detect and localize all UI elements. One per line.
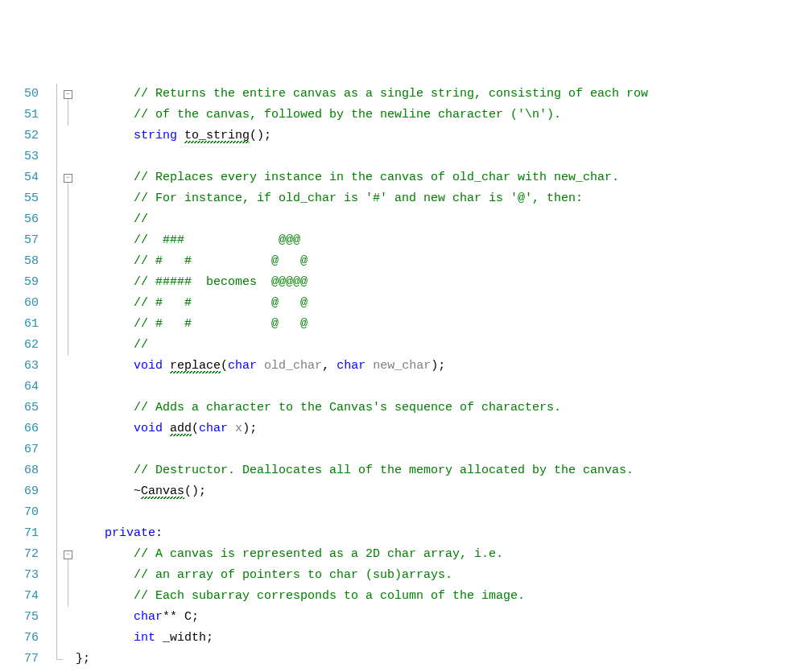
tok-punct: ); [242,422,257,435]
fold-column[interactable]: −−− [45,84,74,672]
tok-ident-squiggle: replace [170,359,221,373]
line-number: 77 [0,649,39,670]
tok-punct: (); [250,129,271,142]
code-line[interactable]: char** C; [76,607,797,628]
whitespace [76,296,134,310]
line-number: 57 [0,230,39,251]
whitespace [76,631,134,645]
whitespace [155,631,163,645]
tok-punct: (); [184,484,206,498]
tok-comment: // A canvas is represented as a 2D char … [134,547,503,561]
code-line[interactable]: // [76,335,797,356]
code-line[interactable]: // # # @ @ [76,251,797,272]
line-number: 54 [0,167,39,188]
tok-comment: // Replaces every instance in the canvas… [134,171,619,184]
whitespace [76,129,134,142]
tok-comment: // of the canvas, followed by the newlin… [134,108,561,122]
tok-comment: // ##### becomes @@@@@ [134,275,308,289]
whitespace [177,129,184,142]
tok-comment: // an array of pointers to char (sub)arr… [134,568,452,582]
whitespace [257,359,264,373]
line-number: 70 [0,502,39,523]
code-line[interactable]: // For instance, if old_char is '#' and … [76,188,797,209]
line-number: 74 [0,586,39,607]
tok-punct: ( [221,359,228,373]
code-editor[interactable]: 5051525354555657585960616263646566676869… [0,84,797,672]
code-line[interactable]: // ##### becomes @@@@@ [76,272,797,293]
code-line[interactable]: // ### @@@ [76,230,797,251]
whitespace [76,484,134,498]
code-line[interactable]: // Adds a character to the Canvas's sequ… [76,398,797,418]
code-line[interactable]: // Destructor. Deallocates all of the me… [76,460,797,481]
code-line[interactable]: // of the canvas, followed by the newlin… [76,105,797,126]
line-number: 58 [0,251,39,272]
tok-punct: ; [192,610,199,624]
line-number-gutter: 5051525354555657585960616263646566676869… [0,84,45,672]
code-line[interactable] [76,377,797,398]
whitespace [76,87,134,101]
code-line[interactable] [76,146,797,167]
code-line[interactable]: // # # @ @ [76,314,797,335]
code-line[interactable]: // Returns the entire canvas as a single… [76,84,797,105]
tok-comment: // # # @ @ [134,254,308,268]
fold-toggle-icon[interactable]: − [64,90,72,99]
whitespace [76,171,134,184]
tok-ident-squiggle: add [170,422,192,436]
line-number: 50 [0,84,39,105]
tok-punct: : [155,526,163,540]
whitespace [76,317,134,331]
tok-ident: _width [163,631,206,645]
fold-toggle-icon[interactable]: − [64,550,72,559]
tok-keyword: void [134,422,163,435]
line-number: 61 [0,314,39,335]
code-line[interactable]: // # # @ @ [76,293,797,314]
fold-toggle-icon[interactable]: − [64,174,72,183]
code-line[interactable]: }; [76,649,797,670]
tok-comment: // ### @@@ [134,233,300,247]
whitespace [76,233,134,247]
tok-param: x [235,422,242,435]
code-line[interactable]: void add(char x); [76,418,797,439]
code-line[interactable]: ~Canvas(); [76,481,797,502]
code-line[interactable] [76,439,797,460]
code-line[interactable] [76,502,797,523]
code-line[interactable]: string to_string(); [76,126,797,146]
line-number: 68 [0,460,39,481]
tok-punct: ); [431,359,445,373]
line-number: 76 [0,628,39,649]
line-number: 72 [0,544,39,565]
code-line[interactable]: // Replaces every instance in the canvas… [76,167,797,188]
code-line[interactable]: int _width; [76,628,797,649]
tok-ident-squiggle: Canvas [141,484,184,499]
code-line[interactable]: void replace(char old_char, char new_cha… [76,356,797,377]
whitespace [76,338,134,352]
tok-comment: // [134,212,148,226]
code-area[interactable]: // Returns the entire canvas as a single… [74,84,797,672]
line-number: 64 [0,377,39,398]
tok-punct: }; [76,652,90,666]
tok-punct: ; [206,631,213,645]
tok-punct: ~ [134,484,141,498]
code-line[interactable]: // [76,209,797,230]
whitespace [163,422,170,435]
tok-punct: , [322,359,337,373]
line-number: 51 [0,105,39,126]
whitespace [228,422,235,435]
code-line[interactable]: private: [76,523,797,544]
tok-keyword: private [105,526,155,540]
whitespace [76,589,134,603]
line-number: 73 [0,565,39,586]
tok-comment: // Destructor. Deallocates all of the me… [134,464,634,477]
tok-keyword: char [199,422,228,435]
tok-comment: // # # @ @ [134,317,308,331]
code-line[interactable]: // Each subarray corresponds to a column… [76,586,797,607]
code-line[interactable]: // an array of pointers to char (sub)arr… [76,565,797,586]
tok-comment: // [134,338,148,352]
tok-ident-squiggle: to_string [184,129,250,143]
tok-comment: // # # @ @ [134,296,308,310]
whitespace [76,275,134,289]
whitespace [76,568,134,582]
line-number: 67 [0,439,39,460]
line-number: 75 [0,607,39,628]
code-line[interactable]: // A canvas is represented as a 2D char … [76,544,797,565]
